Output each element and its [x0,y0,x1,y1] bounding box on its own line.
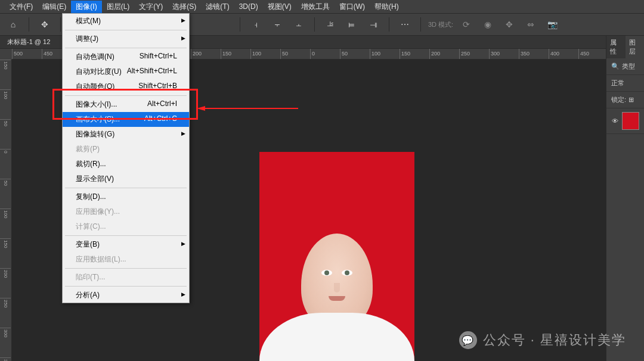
menu-item[interactable]: 显示全部(V) [63,172,189,186]
image-menu-dropdown: 模式(M)调整(J)自动色调(N)Shift+Ctrl+L自动对比度(U)Alt… [62,13,190,303]
align-right-icon[interactable]: ⫠ [290,16,307,33]
menu-item[interactable]: 图像旋转(G) [63,127,189,142]
ruler-vertical: 15010050050100150200250300350400 [0,60,12,361]
slide-3d-icon[interactable]: ⇔ [522,16,539,33]
menu-edit[interactable]: 编辑(E) [38,1,71,13]
layer-row[interactable]: 👁 [606,108,644,134]
menu-item[interactable]: 复制(D)... [63,189,189,204]
menu-item[interactable]: 调整(J) [63,32,189,46]
menu-item: 计算(C)... [63,219,189,234]
align-top-icon[interactable]: ⫡ [322,16,339,33]
mode-3d-label: 3D 模式: [428,20,453,29]
menu-item[interactable]: 自动颜色(O)Shift+Ctrl+B [63,79,189,94]
lock-row[interactable]: 锁定: ⊞ [606,92,644,108]
menu-select[interactable]: 选择(S) [168,1,201,13]
type-filter-label: 类型 [622,62,635,71]
layer-thumbnail[interactable] [622,112,639,130]
menu-item: 应用数据组(L)... [63,252,189,267]
menubar: 文件(F) 编辑(E) 图像(I) 图层(L) 文字(Y) 选择(S) 滤镜(T… [0,0,644,13]
menu-item[interactable]: 分析(A) [63,288,189,303]
menu-item[interactable]: 变量(B) [63,237,189,252]
menu-item[interactable]: 自动对比度(U)Alt+Shift+Ctrl+L [63,64,189,79]
menu-3d[interactable]: 3D(D) [234,1,263,12]
move-tool-icon[interactable]: ✥ [36,16,53,33]
orbit-3d-icon[interactable]: ⟳ [458,16,475,33]
menu-layer[interactable]: 图层(L) [102,1,135,13]
roll-3d-icon[interactable]: ◉ [479,16,496,33]
menu-help[interactable]: 帮助(H) [370,1,404,13]
tab-properties[interactable]: 属性 [606,36,626,58]
zoom-3d-icon[interactable]: 📷 [544,16,561,33]
distribute-icon[interactable]: ⋯ [397,16,413,33]
menu-image[interactable]: 图像(I) [71,1,101,13]
home-icon[interactable]: ⌂ [5,16,21,33]
visibility-icon[interactable]: 👁 [611,117,620,125]
menu-item[interactable]: 自动色调(N)Shift+Ctrl+L [63,49,189,64]
menu-item: 陷印(T)... [63,270,189,285]
pan-3d-icon[interactable]: ✥ [501,16,518,33]
menu-item[interactable]: 画布大小(S)...Alt+Ctrl+C [63,112,189,127]
blend-mode-value: 正常 [611,79,624,88]
align-bottom-icon[interactable]: ⫣ [365,16,382,33]
menu-view[interactable]: 视图(V) [263,1,296,13]
blend-mode-row[interactable]: 正常 [606,75,644,92]
canvas-document[interactable] [259,152,414,361]
align-middle-icon[interactable]: ⫢ [343,16,360,33]
portrait-shirt [259,313,414,361]
type-filter-row[interactable]: 🔍 类型 [606,58,644,75]
menu-type[interactable]: 文字(Y) [134,1,168,13]
tab-layers[interactable]: 图层 [626,36,645,58]
menu-item: 应用图像(Y)... [63,204,189,219]
search-icon: 🔍 [611,63,620,70]
menu-item[interactable]: 图像大小(I)...Alt+Ctrl+I [63,97,189,112]
menu-plugins[interactable]: 增效工具 [296,1,335,13]
menu-item[interactable]: 裁切(R)... [63,157,189,172]
align-left-icon[interactable]: ⫞ [247,16,264,33]
menu-window[interactable]: 窗口(W) [335,1,370,13]
menu-item[interactable]: 模式(M) [63,14,189,29]
lock-pixels-icon[interactable]: ⊞ [628,96,634,104]
menu-filter[interactable]: 滤镜(T) [201,1,234,13]
menu-item: 裁剪(P) [63,142,189,157]
lock-label: 锁定: [611,95,626,104]
menu-file[interactable]: 文件(F) [5,1,38,13]
align-center-h-icon[interactable]: ⫟ [269,16,286,33]
right-panel: 属性 图层 🔍 类型 正常 锁定: ⊞ 👁 [606,36,644,361]
